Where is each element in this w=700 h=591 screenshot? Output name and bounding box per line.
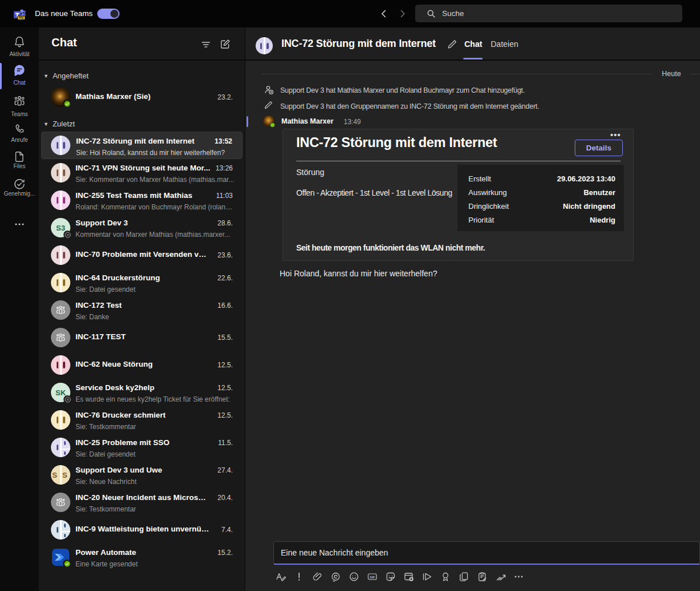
svg-text:PRE: PRE (18, 17, 23, 19)
svg-text:GIF: GIF (370, 576, 376, 579)
